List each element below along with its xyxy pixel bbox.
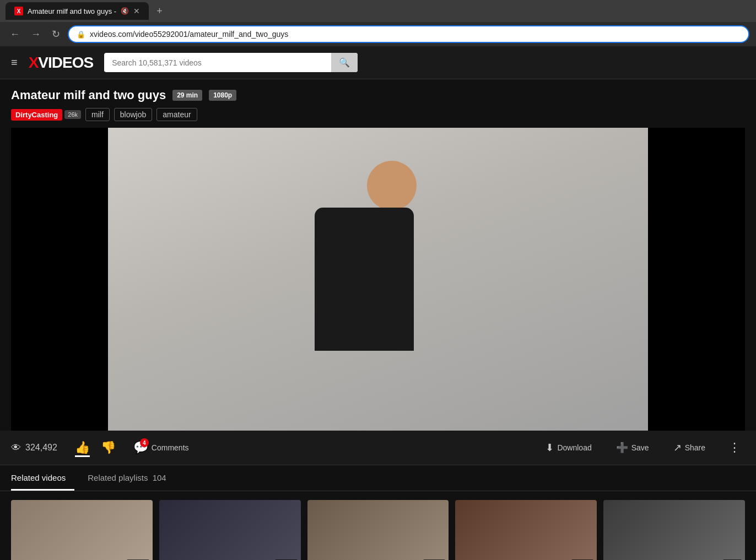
person-figure bbox=[320, 155, 513, 431]
lock-icon: 🔒 bbox=[77, 30, 85, 39]
browser-titlebar: X Amateur milf and two guys - 🔇 ✕ + bbox=[0, 0, 756, 22]
save-label: Save bbox=[631, 443, 649, 452]
video-player-inner bbox=[108, 128, 648, 431]
comments-label: Comments bbox=[152, 443, 189, 452]
tag-amateur[interactable]: amateur bbox=[156, 108, 197, 121]
tags-row: DirtyCasting 26k milf blowjob amateur bbox=[11, 108, 745, 121]
site-content: ≡ XVIDEOS 🔍 Amateur milf and two guys 29… bbox=[0, 46, 756, 560]
share-button[interactable]: ↗ Share bbox=[668, 438, 711, 457]
channel-count: 26k bbox=[64, 110, 81, 119]
thumbs-up-icon: 👍 bbox=[75, 441, 90, 457]
browser-tab[interactable]: X Amateur milf and two guys - 🔇 ✕ bbox=[6, 2, 149, 20]
list-item[interactable]: 1080p bbox=[159, 500, 301, 560]
browser-addressbar: ← → ↻ 🔒 xvideos.com/video55292001/amateu… bbox=[0, 22, 756, 46]
views-number: 324,492 bbox=[25, 443, 57, 453]
video-title: Amateur milf and two guys bbox=[11, 88, 166, 102]
tag-milf[interactable]: milf bbox=[85, 108, 110, 121]
vote-buttons: 👍 👎 bbox=[71, 438, 120, 457]
back-button[interactable]: ← bbox=[7, 26, 23, 42]
tab-title: Amateur milf and two guys - bbox=[28, 7, 116, 15]
address-bar[interactable]: 🔒 xvideos.com/video55292001/amateur_milf… bbox=[68, 25, 749, 43]
url-text: xvideos.com/video55292001/amateur_milf_a… bbox=[90, 30, 741, 39]
video-title-row: Amateur milf and two guys 29 min 1080p bbox=[11, 88, 745, 102]
logo-videos: VIDEOS bbox=[38, 54, 93, 71]
tab-related-videos[interactable]: Related videos bbox=[11, 465, 74, 491]
site-header: ≡ XVIDEOS 🔍 bbox=[0, 46, 756, 79]
thumbnail-image: 1080p bbox=[455, 500, 597, 560]
video-container: Amateur milf and two guys 29 min 1080p D… bbox=[0, 79, 756, 431]
thumbs-down-icon: 👎 bbox=[101, 441, 116, 454]
share-label: Share bbox=[685, 443, 705, 452]
search-bar[interactable]: 🔍 bbox=[104, 53, 358, 72]
thumbs-down-button[interactable]: 👎 bbox=[96, 438, 120, 457]
channel-tag[interactable]: DirtyCasting bbox=[11, 109, 62, 121]
tab-close-icon[interactable]: ✕ bbox=[133, 7, 140, 15]
playlists-count: 104 bbox=[153, 473, 166, 482]
site-logo[interactable]: XVIDEOS bbox=[29, 54, 94, 72]
download-icon: ⬇ bbox=[546, 442, 554, 454]
thumbnail-image: 1080p bbox=[307, 500, 449, 560]
save-button[interactable]: ➕ Save bbox=[611, 438, 655, 457]
tab-favicon-icon: X bbox=[14, 7, 23, 15]
related-tabs: Related videos Related playlists 104 bbox=[0, 465, 756, 491]
video-thumbnail bbox=[108, 128, 648, 431]
download-button[interactable]: ⬇ Download bbox=[540, 438, 597, 457]
thumbs-up-button[interactable]: 👍 bbox=[71, 438, 94, 457]
refresh-button[interactable]: ↻ bbox=[48, 26, 63, 42]
list-item[interactable]: 1080p bbox=[11, 500, 153, 560]
video-player[interactable] bbox=[11, 128, 745, 431]
thumbnail-image: 360p bbox=[603, 500, 745, 560]
person-body bbox=[315, 208, 414, 351]
eye-icon: 👁 bbox=[11, 442, 21, 454]
tag-blowjob[interactable]: blowjob bbox=[114, 108, 152, 121]
new-tab-button[interactable]: + bbox=[156, 6, 163, 17]
comment-badge: 4 bbox=[140, 438, 149, 447]
stats-bar: 👁 324,492 👍 👎 💬 4 Comments ⬇ Download ➕ … bbox=[0, 431, 756, 465]
hamburger-menu-icon[interactable]: ≡ bbox=[11, 56, 18, 69]
person-head bbox=[367, 161, 417, 210]
logo-x: X bbox=[29, 54, 39, 71]
comments-button[interactable]: 💬 4 Comments bbox=[133, 441, 189, 455]
search-input[interactable] bbox=[104, 54, 331, 72]
list-item[interactable]: 1080p bbox=[307, 500, 449, 560]
thumbnails-row: 1080p 1080p 1080p 1080p 360p bbox=[0, 491, 756, 560]
thumbnail-image: 1080p bbox=[159, 500, 301, 560]
list-item[interactable]: 360p bbox=[603, 500, 745, 560]
thumbnail-image: 1080p bbox=[11, 500, 153, 560]
quality-badge: 1080p bbox=[209, 90, 236, 101]
list-item[interactable]: 1080p bbox=[455, 500, 597, 560]
save-icon: ➕ bbox=[616, 442, 628, 454]
download-label: Download bbox=[557, 443, 591, 452]
tab-mute-icon[interactable]: 🔇 bbox=[121, 7, 129, 15]
more-options-button[interactable]: ⋮ bbox=[724, 438, 745, 457]
duration-badge: 29 min bbox=[172, 90, 202, 101]
share-icon: ↗ bbox=[673, 442, 682, 454]
tab-related-playlists[interactable]: Related playlists 104 bbox=[88, 465, 175, 491]
browser-chrome: X Amateur milf and two guys - 🔇 ✕ + ← → … bbox=[0, 0, 756, 46]
view-count: 👁 324,492 bbox=[11, 442, 57, 454]
search-button[interactable]: 🔍 bbox=[331, 53, 358, 72]
forward-button[interactable]: → bbox=[28, 26, 44, 42]
